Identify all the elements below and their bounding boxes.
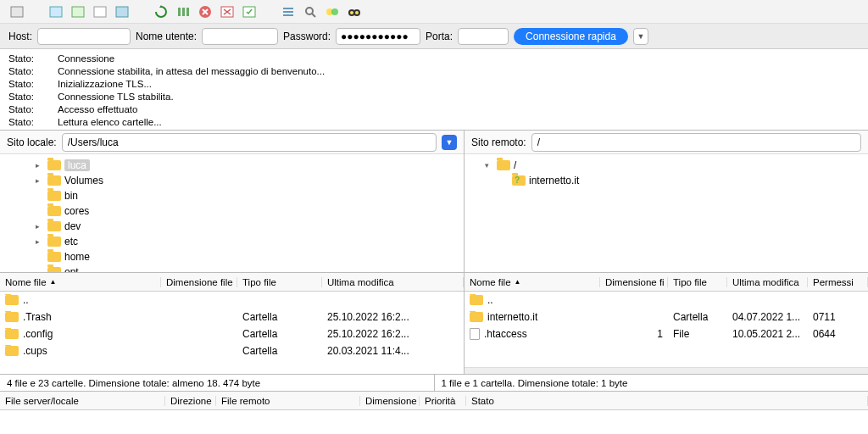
svg-rect-11 bbox=[283, 8, 293, 9]
svg-rect-6 bbox=[182, 8, 185, 16]
svg-rect-3 bbox=[94, 7, 106, 17]
col-name: Nome file▲ bbox=[0, 277, 161, 287]
tree-item[interactable]: ▸dev bbox=[15, 219, 464, 234]
svg-point-14 bbox=[306, 8, 313, 14]
pass-input[interactable] bbox=[336, 28, 420, 45]
toggle-log-icon[interactable] bbox=[47, 3, 64, 20]
pass-label: Password: bbox=[283, 31, 331, 42]
local-pane: Sito locale: ▼ ▸luca▸Volumesbincores▸dev… bbox=[0, 131, 465, 374]
col-perm[interactable]: Permessi bbox=[808, 277, 868, 287]
svg-rect-7 bbox=[186, 8, 189, 16]
cancel-icon[interactable] bbox=[197, 3, 214, 20]
col-type[interactable]: Tipo file bbox=[668, 277, 727, 287]
disconnect-icon[interactable] bbox=[219, 3, 236, 20]
file-row[interactable]: internetto.itCartella04.07.2022 1...0711 bbox=[465, 309, 868, 326]
remote-pane: Sito remoto: ▾/internetto.it Nome file▲ … bbox=[465, 131, 868, 374]
quickconnect-dropdown[interactable]: ▼ bbox=[633, 28, 648, 45]
sort-asc-icon: ▲ bbox=[515, 278, 521, 286]
tree-item[interactable]: ▸luca bbox=[15, 158, 464, 173]
svg-point-17 bbox=[331, 8, 338, 15]
quickconnect-button[interactable]: Connessione rapida bbox=[514, 28, 628, 45]
file-row[interactable]: .. bbox=[0, 292, 464, 309]
svg-rect-2 bbox=[72, 7, 84, 17]
local-path-dropdown[interactable]: ▼ bbox=[442, 135, 457, 150]
svg-line-15 bbox=[312, 14, 315, 17]
binoculars-icon[interactable] bbox=[346, 3, 363, 20]
tree-item[interactable]: bin bbox=[15, 188, 464, 203]
tree-item[interactable]: home bbox=[15, 249, 464, 264]
q-col-stato[interactable]: Stato bbox=[466, 396, 868, 406]
toggle-remote-tree-icon[interactable] bbox=[92, 3, 108, 20]
col-size[interactable]: Dimensione fi bbox=[600, 277, 668, 287]
local-status: 4 file e 23 cartelle. Dimensione totale:… bbox=[0, 375, 435, 392]
log-line: Stato:Inizializzazione TLS... bbox=[8, 78, 860, 91]
col-mod[interactable]: Ultima modifica bbox=[322, 277, 464, 287]
message-log[interactable]: Stato:ConnessioneStato:Connessione stabi… bbox=[0, 49, 868, 131]
reconnect-icon[interactable] bbox=[241, 3, 258, 20]
remote-file-list[interactable]: ..internetto.itCartella04.07.2022 1...07… bbox=[465, 292, 868, 367]
toggle-queue-icon[interactable] bbox=[114, 3, 131, 20]
col-name: Nome file▲ bbox=[465, 277, 600, 287]
tree-item[interactable]: internetto.it bbox=[480, 173, 868, 188]
remote-columns[interactable]: Nome file▲ Dimensione fi Tipo file Ultim… bbox=[465, 273, 868, 292]
tree-item[interactable]: ▸etc bbox=[15, 234, 464, 249]
tree-item[interactable]: ▸Volumes bbox=[15, 173, 464, 188]
host-label: Host: bbox=[8, 31, 32, 42]
q-col-fsl[interactable]: File server/locale bbox=[0, 396, 165, 406]
log-line: Stato:Connessione stabilita, in attesa d… bbox=[8, 65, 860, 78]
svg-rect-4 bbox=[116, 7, 128, 17]
user-label: Nome utente: bbox=[136, 31, 197, 42]
compare-icon[interactable] bbox=[324, 3, 341, 20]
tree-item[interactable]: opt bbox=[15, 264, 464, 273]
main-toolbar bbox=[0, 0, 868, 24]
q-col-dir[interactable]: Direzione bbox=[165, 396, 216, 406]
filter-icon[interactable] bbox=[280, 3, 297, 20]
svg-rect-0 bbox=[11, 7, 23, 17]
svg-point-21 bbox=[355, 11, 359, 14]
q-col-fr[interactable]: File remoto bbox=[216, 396, 360, 406]
refresh-icon[interactable] bbox=[153, 3, 170, 20]
file-row[interactable]: .configCartella25.10.2022 16:2... bbox=[0, 326, 464, 342]
remote-scrollbar[interactable] bbox=[465, 367, 868, 374]
tree-item[interactable]: ▾/ bbox=[480, 158, 868, 173]
local-file-list[interactable]: ...TrashCartella25.10.2022 16:2....confi… bbox=[0, 292, 464, 374]
tree-item[interactable]: cores bbox=[15, 203, 464, 219]
local-columns[interactable]: Nome file▲ Dimensione file Tipo file Ult… bbox=[0, 273, 464, 292]
port-label: Porta: bbox=[426, 31, 453, 42]
user-input[interactable] bbox=[202, 28, 278, 45]
port-input[interactable] bbox=[458, 28, 509, 45]
log-line: Stato:Connessione TLS stabilita. bbox=[8, 91, 860, 103]
file-row[interactable]: .TrashCartella25.10.2022 16:2... bbox=[0, 309, 464, 326]
local-path-input[interactable] bbox=[62, 133, 437, 152]
remote-status: 1 file e 1 cartella. Dimensione totale: … bbox=[435, 375, 869, 392]
svg-point-20 bbox=[350, 11, 353, 14]
process-queue-icon[interactable] bbox=[175, 3, 192, 20]
q-col-dim[interactable]: Dimensione bbox=[360, 396, 420, 406]
transfer-queue-header[interactable]: File server/locale Direzione File remoto… bbox=[0, 392, 868, 410]
svg-rect-13 bbox=[283, 14, 293, 16]
col-mod[interactable]: Ultima modifica bbox=[727, 277, 808, 287]
q-col-pri[interactable]: Priorità bbox=[420, 396, 466, 406]
svg-rect-5 bbox=[178, 8, 181, 16]
log-line: Stato:Accesso effettuato bbox=[8, 103, 860, 116]
file-row[interactable]: .cupsCartella20.03.2021 11:4... bbox=[0, 342, 464, 359]
local-site-label: Sito locale: bbox=[7, 136, 57, 148]
svg-rect-1 bbox=[50, 7, 62, 17]
svg-rect-12 bbox=[283, 11, 293, 13]
search-icon[interactable] bbox=[302, 3, 319, 20]
log-line: Stato:Lettura elenco cartelle... bbox=[8, 116, 860, 129]
sitemanager-icon[interactable] bbox=[8, 3, 25, 20]
sort-asc-icon: ▲ bbox=[50, 278, 57, 286]
quickconnect-bar: Host: Nome utente: Password: Porta: Conn… bbox=[0, 24, 868, 49]
col-type[interactable]: Tipo file bbox=[237, 277, 322, 287]
remote-site-label: Sito remoto: bbox=[471, 136, 526, 148]
remote-tree[interactable]: ▾/internetto.it bbox=[465, 154, 868, 273]
log-line: Stato:Connessione bbox=[8, 53, 860, 65]
remote-path-input[interactable] bbox=[531, 133, 861, 152]
local-tree[interactable]: ▸luca▸Volumesbincores▸dev▸etchomeopt bbox=[0, 154, 464, 273]
file-row[interactable]: .. bbox=[465, 292, 868, 309]
file-row[interactable]: .htaccess1File10.05.2021 2...0644 bbox=[465, 326, 868, 342]
host-input[interactable] bbox=[37, 28, 131, 45]
toggle-local-tree-icon[interactable] bbox=[70, 3, 86, 20]
col-size[interactable]: Dimensione file bbox=[161, 277, 237, 287]
